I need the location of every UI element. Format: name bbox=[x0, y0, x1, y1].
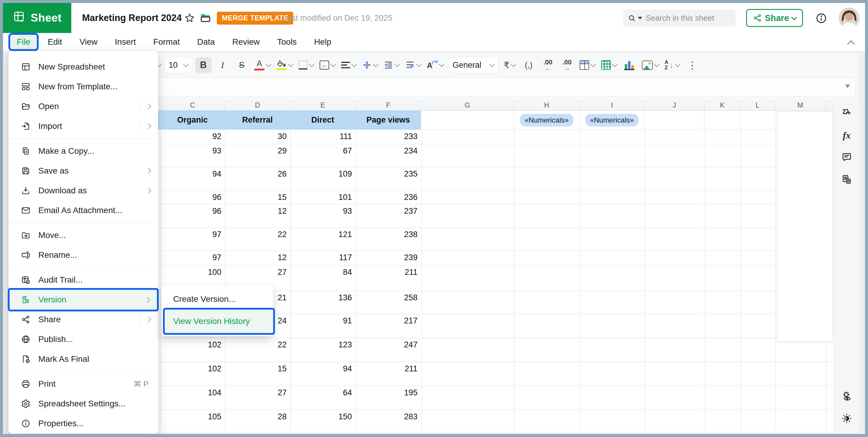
grid-cell[interactable] bbox=[775, 386, 826, 410]
grid-cell[interactable] bbox=[741, 228, 775, 251]
grid-cell[interactable]: 236 bbox=[356, 191, 422, 204]
bold-button[interactable]: B bbox=[195, 57, 212, 73]
sort-button[interactable]: AZ↓ bbox=[663, 57, 681, 73]
grid-cell[interactable]: 30 bbox=[225, 130, 291, 144]
column-header-D[interactable]: D bbox=[225, 100, 290, 111]
formula-bar-expand-caret-icon[interactable] bbox=[845, 85, 850, 88]
grid-cell[interactable] bbox=[422, 266, 515, 291]
menu-file[interactable]: File bbox=[10, 35, 37, 49]
grid-cell[interactable] bbox=[580, 144, 645, 167]
grid-cell[interactable] bbox=[705, 386, 741, 410]
grid-cell[interactable]: 211 bbox=[356, 362, 422, 386]
grid-cell[interactable] bbox=[705, 291, 741, 314]
grid-cell[interactable] bbox=[645, 410, 705, 431]
grid-cell[interactable] bbox=[515, 291, 580, 314]
grid-cell[interactable] bbox=[705, 251, 741, 266]
share-dropdown-chevron-icon[interactable] bbox=[791, 14, 797, 20]
grid-cell[interactable] bbox=[580, 338, 645, 362]
grid-cell[interactable] bbox=[705, 410, 741, 431]
column-header-K[interactable]: K bbox=[705, 100, 740, 111]
grid-cell[interactable]: 111 bbox=[291, 130, 356, 144]
info-icon[interactable] bbox=[815, 12, 827, 26]
grid-cell[interactable]: 64 bbox=[291, 386, 356, 410]
grid-cell[interactable] bbox=[705, 130, 741, 144]
grid-cell[interactable]: 283 bbox=[356, 410, 422, 431]
menu-edit[interactable]: Edit bbox=[41, 35, 69, 49]
file-menu-item-open[interactable]: Open bbox=[8, 96, 158, 116]
vertical-align-button[interactable] bbox=[361, 57, 379, 73]
grid-cell[interactable] bbox=[705, 266, 741, 291]
grid-cell[interactable] bbox=[580, 410, 645, 431]
grid-cell[interactable]: 104 bbox=[161, 386, 225, 410]
grid-cell[interactable]: 121 bbox=[291, 228, 356, 251]
grid-cell[interactable] bbox=[741, 251, 775, 266]
grid-cell[interactable]: 15 bbox=[225, 191, 291, 204]
text-rotate-button[interactable]: A bbox=[425, 57, 445, 73]
insert-chart-button[interactable] bbox=[621, 57, 638, 73]
indent-button[interactable] bbox=[382, 57, 401, 73]
grid-cell[interactable] bbox=[645, 130, 705, 144]
horizontal-align-button[interactable] bbox=[340, 57, 358, 73]
table-header-cell[interactable]: Direct bbox=[290, 111, 355, 130]
grid-cell[interactable] bbox=[741, 204, 775, 228]
grid-cell[interactable] bbox=[705, 144, 741, 167]
grid-cell[interactable] bbox=[645, 191, 705, 204]
favorite-star-icon[interactable] bbox=[184, 3, 195, 33]
grid-cell[interactable] bbox=[422, 362, 515, 386]
grid-cell[interactable]: 67 bbox=[291, 144, 356, 167]
grid-cell[interactable]: 136 bbox=[291, 291, 356, 314]
grid-cell[interactable] bbox=[741, 191, 775, 204]
column-header-E[interactable]: E bbox=[290, 100, 355, 111]
grid-cell[interactable] bbox=[705, 314, 741, 338]
file-menu-item-new-from-template[interactable]: New from Template... bbox=[8, 77, 158, 96]
grid-cell[interactable] bbox=[645, 386, 705, 410]
increase-decimal-button[interactable]: .00→ bbox=[559, 57, 575, 73]
grid-cell[interactable] bbox=[645, 266, 705, 291]
column-header-J[interactable]: J bbox=[645, 100, 705, 111]
submenu-item-view-version-history[interactable]: View Version History bbox=[165, 310, 273, 333]
grid-cell[interactable] bbox=[741, 130, 775, 144]
grid-cell[interactable]: 233 bbox=[356, 130, 422, 144]
merge-template-badge[interactable]: MERGE TEMPLATE bbox=[217, 12, 293, 25]
grid-cell[interactable] bbox=[515, 362, 580, 386]
grid-cell[interactable] bbox=[515, 144, 580, 167]
grid-cell[interactable] bbox=[422, 386, 515, 410]
menu-tools[interactable]: Tools bbox=[271, 35, 303, 49]
grid-cell[interactable]: 26 bbox=[225, 167, 291, 191]
floating-white-box[interactable] bbox=[777, 111, 833, 342]
grid-cell[interactable]: 247 bbox=[356, 338, 422, 362]
grid-cell[interactable] bbox=[422, 130, 515, 144]
file-menu-item-make-a-copy[interactable]: Make a Copy... bbox=[8, 141, 158, 161]
grid-cell[interactable] bbox=[515, 167, 580, 191]
grid-cell[interactable]: 22 bbox=[225, 338, 291, 362]
grid-cell[interactable]: 105 bbox=[161, 410, 225, 431]
number-format-select[interactable]: General bbox=[448, 57, 498, 73]
grid-cell[interactable] bbox=[741, 144, 775, 167]
grid-cell[interactable]: 101 bbox=[291, 191, 356, 204]
grid-cell[interactable] bbox=[580, 386, 645, 410]
file-menu-item-publish[interactable]: Publish... bbox=[8, 329, 158, 349]
grid-cell[interactable] bbox=[741, 291, 775, 314]
file-menu-item-version[interactable]: Version bbox=[9, 290, 157, 310]
grid-cell[interactable]: 117 bbox=[291, 251, 356, 266]
grid-cell[interactable] bbox=[515, 386, 580, 410]
currency-format-button[interactable]: ₹ bbox=[501, 57, 518, 73]
table-header-cell[interactable]: Page views bbox=[355, 111, 421, 130]
grid-cell[interactable]: 234 bbox=[356, 144, 422, 167]
file-menu-item-print[interactable]: Print⌘ P bbox=[8, 374, 158, 394]
grid-cell[interactable] bbox=[645, 291, 705, 314]
column-header-M[interactable]: M bbox=[775, 100, 826, 111]
grid-cell[interactable]: 22 bbox=[225, 228, 291, 251]
comma-format-button[interactable]: (,) bbox=[521, 57, 537, 73]
column-header-G[interactable]: G bbox=[421, 100, 514, 111]
grid-cell[interactable] bbox=[705, 191, 741, 204]
grid-cell[interactable] bbox=[515, 266, 580, 291]
grid-cell[interactable]: 94 bbox=[161, 167, 225, 191]
formula-fx-icon[interactable]: fx bbox=[843, 130, 851, 141]
file-menu-item-email[interactable]: Email As Attachment... bbox=[8, 201, 158, 220]
grid-cell[interactable] bbox=[580, 191, 645, 204]
grid-cell[interactable] bbox=[741, 362, 775, 386]
grid-cell[interactable]: 102 bbox=[161, 362, 225, 386]
grid-cell[interactable]: 94 bbox=[291, 362, 356, 386]
grid-cell[interactable] bbox=[645, 228, 705, 251]
